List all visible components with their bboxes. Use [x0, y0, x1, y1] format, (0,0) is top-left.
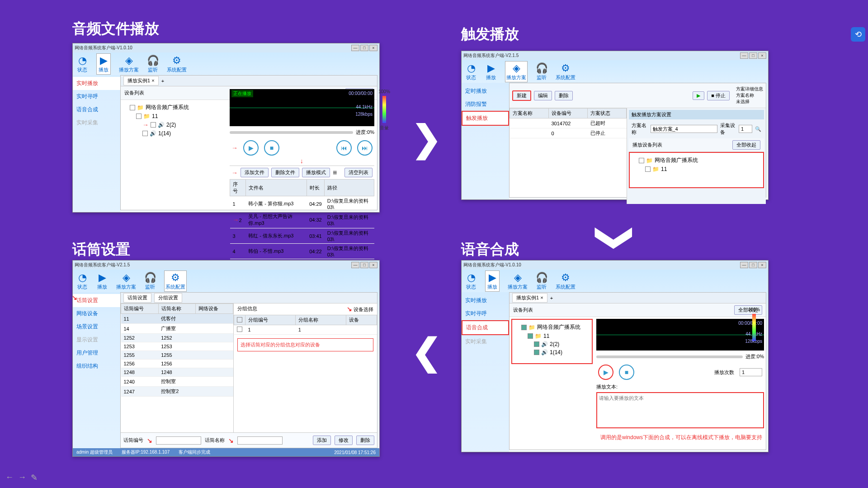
- stop-button[interactable]: ■: [619, 365, 634, 380]
- side-scene[interactable]: 场景设置: [73, 320, 120, 333]
- side-timer[interactable]: 定时播放: [462, 85, 509, 98]
- side-trigger[interactable]: 触发播放: [462, 111, 509, 126]
- new-button[interactable]: 新建: [512, 90, 531, 101]
- side-fire[interactable]: 消防报警: [462, 98, 509, 111]
- tool-monitor[interactable]: 🎧监听: [147, 55, 159, 73]
- prev-button[interactable]: ⏮: [336, 140, 352, 156]
- tool-monitor[interactable]: 🎧监听: [536, 272, 547, 290]
- checkbox[interactable]: [528, 333, 533, 339]
- tool-config[interactable]: ⚙系统配置: [556, 272, 576, 290]
- search-icon[interactable]: 🔍: [755, 126, 761, 132]
- side-realtime-play[interactable]: 实时播放: [462, 294, 509, 307]
- edit-button[interactable]: 编辑: [534, 91, 552, 100]
- side-user[interactable]: 用户管理: [73, 346, 120, 360]
- progress-slider[interactable]: [596, 355, 743, 358]
- loop-icon[interactable]: ≡: [333, 169, 337, 177]
- collapse-all-button[interactable]: 全部收起: [732, 140, 760, 150]
- checkbox[interactable]: [237, 327, 242, 332]
- checkbox[interactable]: [534, 341, 539, 347]
- mic-table[interactable]: 话筒编号话筒名称网络设备 11优客付 14广播室 12521252 125312…: [121, 303, 233, 397]
- tool-scheme[interactable]: ◈播放方案: [505, 61, 528, 82]
- play-button[interactable]: ▶: [693, 91, 704, 100]
- clear-list-button[interactable]: 清空列表: [344, 168, 373, 177]
- tool-status[interactable]: ◔状态: [76, 272, 88, 290]
- checkbox[interactable]: [645, 166, 651, 172]
- side-tts[interactable]: 语音合成: [73, 103, 120, 116]
- tool-config[interactable]: ⚙系统配置: [164, 270, 187, 292]
- stop-button[interactable]: ■ 停止: [707, 91, 730, 100]
- tool-scheme[interactable]: ◈播放方案: [508, 272, 528, 290]
- prev-slide-icon[interactable]: ←: [5, 473, 14, 483]
- dev-count-input[interactable]: [739, 125, 752, 133]
- pen-icon[interactable]: ✎: [31, 473, 38, 483]
- close-button[interactable]: ×: [369, 262, 377, 268]
- titlebar[interactable]: 网络音频系统客户端-V2.1.5 —□×: [73, 261, 379, 270]
- titlebar[interactable]: 网络音频系统客户端-V1.0.10 — □ ×: [73, 43, 379, 52]
- stop-button[interactable]: ■: [264, 140, 279, 156]
- tool-scheme[interactable]: ◈播放方案: [116, 272, 136, 290]
- tab-add[interactable]: +: [161, 78, 164, 84]
- del-file-button[interactable]: 删除文件: [271, 168, 299, 177]
- side-realtime-play[interactable]: 实时播放: [73, 77, 120, 90]
- close-button[interactable]: ×: [758, 262, 766, 268]
- device-tree[interactable]: 📁网络音频广播系统 📁11 →🔊2(2) 🔊1(14): [121, 100, 211, 140]
- delete-button[interactable]: 删除: [356, 436, 374, 445]
- minimize-button[interactable]: —: [351, 45, 359, 51]
- next-button[interactable]: ⏭: [357, 140, 373, 156]
- tab-instance[interactable]: 播放实例1 ×: [512, 293, 547, 303]
- titlebar[interactable]: 网络音频系统客户端-V2.1.5 —□×: [462, 51, 768, 60]
- minimize-button[interactable]: —: [740, 52, 748, 59]
- tts-textarea[interactable]: [596, 392, 764, 428]
- checkbox[interactable]: [136, 114, 142, 119]
- checkbox[interactable]: [521, 325, 527, 330]
- tool-play[interactable]: ▶播放: [485, 62, 497, 81]
- device-tree[interactable]: 📁网络音频广播系统 📁11: [629, 152, 764, 188]
- side-tts[interactable]: 语音合成: [462, 320, 509, 335]
- checkbox[interactable]: [639, 158, 644, 163]
- tab-instance[interactable]: 播放实例1 ×: [123, 76, 159, 85]
- side-collect[interactable]: 实时采集: [73, 116, 120, 129]
- next-slide-icon[interactable]: →: [18, 473, 26, 483]
- group-table[interactable]: 分组编号分组名称设备 11: [234, 315, 377, 335]
- side-realtime-call[interactable]: 实时寻呼: [462, 307, 509, 320]
- tab-group[interactable]: 分组设置: [154, 293, 182, 303]
- modify-button[interactable]: 修改: [335, 436, 353, 445]
- side-network[interactable]: 网络设备: [73, 307, 120, 320]
- add-file-button[interactable]: 添加文件: [241, 168, 269, 177]
- tool-status[interactable]: ◔状态: [465, 272, 477, 290]
- titlebar[interactable]: 网络音频系统客户端-V1.0.10 —□×: [462, 261, 768, 270]
- progress-slider[interactable]: [230, 131, 353, 134]
- volume-bar[interactable]: [382, 96, 386, 123]
- tool-play[interactable]: ▶播放: [485, 270, 500, 292]
- side-mic-setting[interactable]: 话筒设置: [73, 294, 120, 307]
- volume-bar[interactable]: [752, 314, 756, 341]
- checkbox[interactable]: [534, 350, 539, 355]
- checkbox[interactable]: [237, 317, 242, 322]
- scheme-table[interactable]: 方案名称设备编号方案状态 3014702已超时 0已停止: [509, 108, 627, 138]
- minimize-button[interactable]: —: [740, 262, 748, 268]
- tool-play[interactable]: ▶播放: [96, 53, 111, 75]
- tool-monitor[interactable]: 🎧监听: [536, 62, 547, 81]
- mic-num-input[interactable]: [156, 436, 201, 445]
- play-mode-button[interactable]: 播放模式: [302, 168, 330, 177]
- play-button[interactable]: ▶: [598, 365, 613, 380]
- side-realtime-call[interactable]: 实时寻呼: [73, 90, 120, 103]
- tab-add[interactable]: +: [550, 295, 553, 301]
- tab-close-icon[interactable]: ×: [540, 295, 543, 300]
- tool-play[interactable]: ▶播放: [96, 272, 108, 290]
- tool-status[interactable]: ◔状态: [465, 62, 477, 81]
- maximize-button[interactable]: □: [360, 45, 368, 51]
- side-org[interactable]: 组织结构: [73, 360, 120, 373]
- close-button[interactable]: ×: [369, 45, 377, 51]
- tool-config[interactable]: ⚙系统配置: [167, 55, 187, 73]
- tab-mic[interactable]: 话筒设置: [123, 293, 151, 303]
- checkbox[interactable]: [130, 105, 135, 110]
- checkbox[interactable]: [151, 122, 156, 128]
- close-button[interactable]: ×: [758, 52, 766, 59]
- playlist-table[interactable]: 序号文件名时长路径 1韩小薰 - 算你狠.mp304:29D:\假复旦来的资料0…: [230, 179, 374, 259]
- minimize-button[interactable]: —: [351, 262, 359, 268]
- tab-close-icon[interactable]: ×: [151, 78, 154, 83]
- checkbox[interactable]: [142, 131, 148, 136]
- device-tree[interactable]: 📁网络音频广播系统 📁11 🔊2(2) 🔊1(14): [511, 319, 593, 364]
- maximize-button[interactable]: □: [749, 262, 757, 268]
